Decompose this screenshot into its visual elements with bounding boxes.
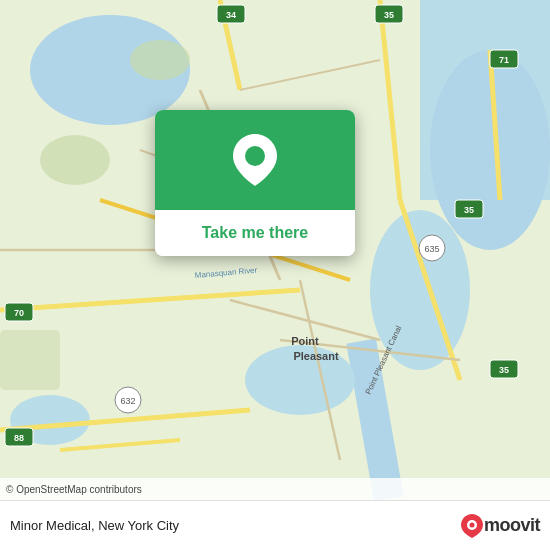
svg-point-50 bbox=[469, 522, 474, 527]
svg-text:35: 35 bbox=[384, 10, 394, 20]
svg-text:632: 632 bbox=[120, 396, 135, 406]
popup-button-area: Take me there bbox=[155, 210, 355, 256]
svg-point-46 bbox=[130, 40, 190, 80]
moovit-text: moovit bbox=[484, 515, 540, 536]
moovit-pin-icon bbox=[460, 514, 484, 538]
svg-point-45 bbox=[40, 135, 110, 185]
svg-text:635: 635 bbox=[424, 244, 439, 254]
attribution-text: © OpenStreetMap contributors bbox=[6, 484, 142, 495]
svg-point-48 bbox=[245, 146, 265, 166]
svg-text:34: 34 bbox=[226, 10, 236, 20]
attribution-bar: © OpenStreetMap contributors bbox=[0, 478, 550, 500]
moovit-logo: moovit bbox=[460, 514, 540, 538]
popup-header bbox=[155, 110, 355, 210]
svg-text:88: 88 bbox=[14, 433, 24, 443]
location-name: Minor Medical, New York City bbox=[10, 518, 179, 533]
svg-text:35: 35 bbox=[499, 365, 509, 375]
bottom-bar: Minor Medical, New York City moovit bbox=[0, 500, 550, 550]
svg-rect-47 bbox=[0, 330, 60, 390]
svg-text:Point: Point bbox=[291, 335, 319, 347]
popup-card: Take me there bbox=[155, 110, 355, 256]
svg-text:71: 71 bbox=[499, 55, 509, 65]
map-container: 34 35 71 35 35 70 88 635 632 Point Pleas… bbox=[0, 0, 550, 500]
svg-text:70: 70 bbox=[14, 308, 24, 318]
svg-text:35: 35 bbox=[464, 205, 474, 215]
svg-text:Pleasant: Pleasant bbox=[293, 350, 339, 362]
location-pin-icon bbox=[233, 134, 277, 186]
take-me-there-button[interactable]: Take me there bbox=[169, 220, 341, 246]
